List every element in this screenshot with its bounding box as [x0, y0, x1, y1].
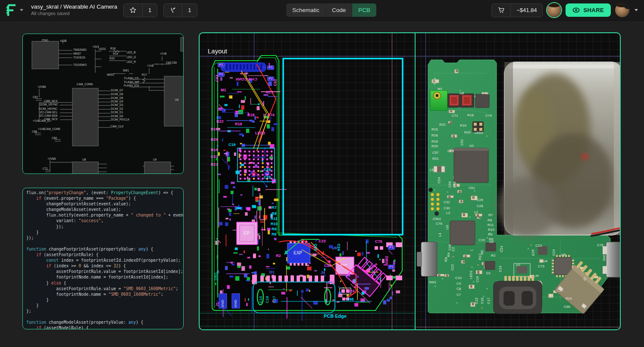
grid-guide: [254, 33, 254, 329]
code-line: footprintNode.name = "SMD_0603_1608Metri…: [26, 291, 183, 297]
avatar-overlay: [623, 3, 629, 9]
code-line: });: [26, 235, 183, 241]
code-line: function changeFootprintAsset(propertyVa…: [26, 246, 183, 252]
grid-guide: [200, 326, 415, 326]
share-button[interactable]: SHARE: [566, 3, 611, 17]
grid-guide: [425, 33, 426, 329]
fork-count[interactable]: 1: [182, 4, 197, 17]
code-line: if (event.property_name === "Package") {: [26, 195, 183, 201]
grid-guide: [200, 313, 415, 313]
chevron-down-icon: [20, 9, 23, 11]
share-label: SHARE: [583, 7, 604, 13]
star-icon: [129, 6, 137, 14]
flux-logo-icon: [4, 3, 17, 17]
code-line: }: [26, 229, 183, 235]
code-line: flux.notify(event.property_name + " chan…: [26, 212, 183, 218]
code-line: if (assetFootprintRule) {: [26, 252, 183, 257]
cart-icon: [497, 6, 505, 14]
code-line: changeFootprintAsset(event.value);: [26, 201, 183, 207]
star-button[interactable]: [124, 4, 142, 17]
fork-icon: [169, 7, 176, 14]
flux-app-window: vasy_skral / Wearable AI Camera All chan…: [0, 0, 644, 347]
project-header: vasy_skral / Wearable AI Camera All chan…: [31, 3, 117, 17]
top-bar-right: ~$41.84 SHARE: [491, 3, 638, 17]
code-line: function changeModelAsset(propertyValue:…: [26, 319, 183, 325]
code-line: variant: "success",: [26, 218, 183, 223]
code-line: const index = footprintAssetId.indexOf(p…: [26, 257, 183, 263]
code-line: flux.on("propertyChange", (event: Proper…: [26, 190, 183, 195]
code-line: };: [26, 308, 183, 314]
top-bar: vasy_skral / Wearable AI Camera All chan…: [0, 0, 644, 21]
schematic-drawing: [23, 34, 184, 174]
star-control: 1: [123, 3, 157, 17]
star-count[interactable]: 1: [142, 4, 157, 17]
grid-guide: [415, 327, 621, 327]
view-divider[interactable]: [415, 33, 416, 329]
code-line: if (assetModelRule) {: [26, 325, 183, 329]
code-line: }: [26, 297, 183, 303]
code-line: });: [26, 224, 183, 229]
code-editor-content[interactable]: flux.on("propertyChange", (event: Proper…: [23, 188, 183, 329]
grid-guide: [200, 56, 620, 56]
bom-price[interactable]: ~$41.84: [510, 4, 542, 17]
save-status: All changes saved: [31, 11, 117, 17]
code-line: if (index >= 0 && index <= 32) {: [26, 263, 183, 269]
code-line: assetFootprintRule.value = "SMD_0603_160…: [26, 286, 183, 291]
fork-control: 1: [163, 3, 197, 17]
code-line: [26, 241, 183, 246]
code-line: assetFootprintRule.value = footprintAsse…: [26, 269, 183, 274]
cart-button[interactable]: [492, 4, 510, 17]
code-line: footprintNode.name = footprintAssetId[in…: [26, 274, 183, 280]
avatar-image: [547, 3, 561, 7]
code-line: }: [26, 303, 183, 308]
user-avatar[interactable]: [615, 3, 629, 17]
code-line: changeModelAsset(event.value);: [26, 207, 183, 212]
eye-icon: [572, 7, 580, 13]
collaborator-avatar[interactable]: [547, 3, 561, 17]
code-line: [26, 314, 183, 319]
cart-control: ~$41.84: [491, 3, 543, 17]
fork-button[interactable]: [164, 4, 182, 17]
tab-code[interactable]: Code: [325, 3, 352, 17]
tab-pcb[interactable]: PCB: [352, 3, 376, 17]
schematic-preview-panel[interactable]: [22, 34, 184, 174]
view-tabs: Schematic Code PCB: [286, 3, 376, 17]
project-title: vasy_skral / Wearable AI Camera: [31, 3, 117, 11]
tab-schematic[interactable]: Schematic: [286, 3, 325, 17]
pcb-editor-canvas[interactable]: [199, 32, 621, 330]
account-menu-caret[interactable]: [635, 9, 638, 11]
code-editor-panel[interactable]: flux.on("propertyChange", (event: Proper…: [22, 188, 184, 329]
code-line: } else {: [26, 280, 183, 286]
app-menu-button[interactable]: [4, 3, 23, 17]
grid-guide: [392, 33, 392, 329]
